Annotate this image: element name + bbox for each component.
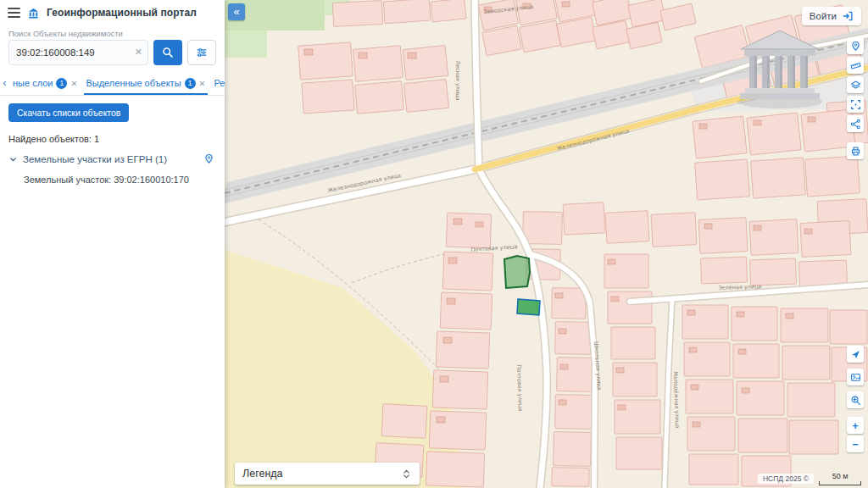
found-count: Найдено объектов: 1 <box>8 134 216 144</box>
geolocation-button[interactable] <box>847 37 864 54</box>
search-block: Поиск Объекты недвижимости ✕ <box>0 25 225 71</box>
tab-label: Результаты по <box>214 78 225 88</box>
login-label: Войти <box>810 11 837 21</box>
sidebar-topbar: Геоинформационный портал <box>0 0 225 25</box>
zoom-controls: + − <box>847 417 864 452</box>
zoom-out-button[interactable]: − <box>847 435 864 452</box>
scale-bar: 50 м <box>819 472 861 485</box>
forest-area <box>225 30 267 58</box>
clear-search-icon[interactable]: ✕ <box>135 47 142 58</box>
basemap-button[interactable] <box>847 369 864 385</box>
selected-parcel-149[interactable] <box>504 256 530 288</box>
sliders-icon <box>196 47 208 58</box>
map-toolbar-bottom <box>847 346 864 408</box>
geoportal-app: Геоинформационный портал Поиск Объекты н… <box>0 0 868 488</box>
scale-line <box>819 481 861 485</box>
measure-button[interactable] <box>847 57 864 74</box>
egrn-group-row[interactable]: Земельные участки из ЕГРН (1) <box>8 154 216 164</box>
chevron-updown-icon <box>401 468 412 480</box>
login-icon <box>842 10 854 22</box>
selected-objects-panel: Скачать списки объектов Найдено объектов… <box>0 96 225 192</box>
tab-layers[interactable]: ные слои 1 ✕ <box>8 71 81 95</box>
share-button[interactable] <box>847 115 864 132</box>
tab-badge: 1 <box>185 78 196 89</box>
legend-dropdown[interactable]: Легенда <box>235 463 420 485</box>
map-pin-icon <box>850 41 861 52</box>
tab-close-icon[interactable]: ✕ <box>199 79 206 88</box>
extent-button[interactable] <box>847 96 864 113</box>
egrn-group-label: Земельные участки из ЕГРН (1) <box>23 154 167 164</box>
search-label: Поиск Объекты недвижимости <box>8 29 216 38</box>
collapse-sidebar-button[interactable]: « <box>228 3 245 20</box>
zoom-in-button[interactable]: + <box>847 417 864 434</box>
printer-icon <box>850 146 861 157</box>
image-icon <box>850 372 861 383</box>
tab-selected-objects[interactable]: Выделенные объекты 1 ✕ <box>81 71 209 95</box>
tab-label: ные слои <box>13 78 53 88</box>
zoom-to-object-icon[interactable] <box>203 153 214 164</box>
tab-badge: 1 <box>56 78 67 89</box>
tab-close-icon[interactable]: ✕ <box>70 79 77 88</box>
menu-icon[interactable] <box>8 8 20 18</box>
download-lists-button[interactable]: Скачать списки объектов <box>8 103 129 122</box>
zoom-box-button[interactable] <box>847 391 864 408</box>
navigation-arrow-icon <box>850 349 861 360</box>
chevron-down-icon <box>8 155 18 164</box>
tab-label: Выделенные объекты <box>86 78 181 88</box>
street-label: Лесная улица <box>454 60 461 100</box>
search-input[interactable] <box>8 40 148 65</box>
tab-bar: ‹ ные слои 1 ✕ Выделенные объекты 1 ✕ Ре… <box>0 71 225 96</box>
share-icon <box>850 119 861 130</box>
print-button[interactable] <box>847 142 864 159</box>
search-button[interactable] <box>153 40 182 65</box>
parcel-result-item[interactable]: Земельный участок: 39:02:160010:170 <box>24 175 216 185</box>
sidebar: Геоинформационный портал Поиск Объекты н… <box>0 0 225 488</box>
tab-results[interactable]: Результаты по <box>210 71 225 95</box>
map-attribution: НСПД 2025 © <box>758 474 814 484</box>
portal-logo-icon <box>27 7 40 19</box>
layers-button[interactable] <box>847 76 864 93</box>
app-title: Геоинформационный портал <box>47 7 197 19</box>
frame-icon <box>850 99 861 110</box>
login-button[interactable]: Войти <box>802 7 861 25</box>
search-icon <box>162 47 174 58</box>
legend-label: Легенда <box>242 468 283 480</box>
tabs-scroll-left-icon[interactable]: ‹ <box>1 77 8 89</box>
map-toolbar-top <box>847 37 864 159</box>
scale-label: 50 м <box>819 472 861 480</box>
locate-arrow-button[interactable] <box>847 346 864 363</box>
selected-parcel-170[interactable] <box>517 299 540 315</box>
map-canvas[interactable]: Заводская улица Лесная улица Железнодоро… <box>225 0 868 488</box>
map-container: Заводская улица Лесная улица Железнодоро… <box>225 0 868 488</box>
zoom-area-icon <box>850 395 861 406</box>
ruler-icon <box>850 60 861 71</box>
search-settings-button[interactable] <box>187 40 216 65</box>
layers-icon <box>850 80 861 91</box>
